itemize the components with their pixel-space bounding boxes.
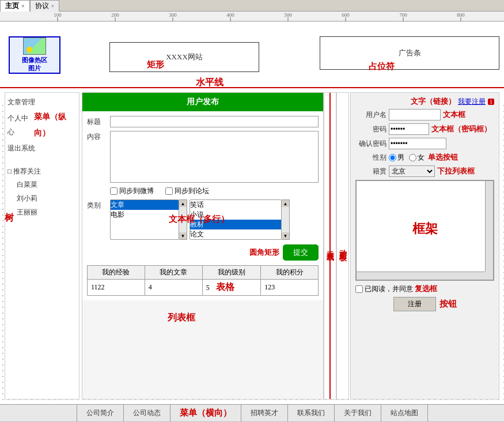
ruler: 100 200 300 400 500 600 700 800 [0, 12, 504, 22]
register-link[interactable]: 我要注册 [458, 97, 486, 107]
btn-label: 按钮 [439, 299, 457, 310]
td-level: 5 表格 [202, 280, 260, 296]
register-row: 注册 按钮 [355, 297, 494, 311]
td-experience: 1122 [88, 280, 145, 296]
frame-scrollbar-v[interactable] [485, 181, 493, 272]
form-body: 标题 内容 文本框（多行） 同步到微博 [82, 111, 323, 300]
option-textbook[interactable]: 教材 [190, 220, 281, 229]
option-novels[interactable]: 小说 [190, 210, 281, 220]
sync-forum-label[interactable]: 同步到论坛 [165, 186, 209, 196]
agree-row: 已阅读，并同意 复选框 [355, 284, 494, 294]
username-input[interactable] [389, 109, 441, 120]
confirm-row: 确认密码 [355, 138, 494, 149]
tab-home[interactable]: 主页 × [0, 0, 30, 12]
menu-item-logout[interactable]: 退出系统 [7, 141, 77, 155]
tab-home-label: 主页 [5, 1, 19, 11]
th-experience: 我的经验 [88, 266, 145, 280]
bottom-menu-label: 菜单（横向） [180, 408, 232, 419]
listbox-left[interactable]: 文章 电影 [110, 199, 179, 240]
td-articles: 4 [145, 280, 202, 296]
svg-text:700: 700 [399, 12, 407, 18]
image-hotspot[interactable]: 图像热区 图片 [9, 36, 60, 74]
tree-item-1[interactable]: 白菜菜 [17, 178, 77, 191]
textarea-container [110, 131, 319, 183]
tree-header: □ 推荐关注 [7, 167, 77, 176]
nav-item-about[interactable]: 公司简介 [77, 405, 124, 421]
option-paper[interactable]: 论文 [190, 229, 281, 239]
svg-text:100: 100 [54, 12, 62, 18]
jiguan-row: 籍贯 北京 下拉列表框 [355, 165, 494, 177]
listbox-left-scroll: ▲ ▼ [179, 199, 187, 240]
sync-forum-checkbox[interactable] [165, 187, 173, 195]
option-jokes[interactable]: 笑话 [190, 200, 281, 210]
nav-item-recruit[interactable]: 招聘英才 [241, 405, 288, 421]
option-articles[interactable]: 文章 [111, 200, 179, 210]
right-panel: 文字（链接） 我要注册 1 用户名 文本框 密码 文本框（密码框） 确认密码 [350, 92, 499, 400]
gender-male-label[interactable]: 男 [389, 153, 404, 163]
svg-text:800: 800 [457, 12, 465, 18]
tab-agreement-close[interactable]: × [51, 3, 55, 9]
agree-checkbox[interactable] [355, 285, 363, 293]
tab-bar: 主页 × 协议 × [0, 0, 504, 12]
left-panel: 文章管理 个人中心 菜单（纵向） 退出系统 □ 推荐关注 白菜菜 刘小莉 王丽丽 [5, 92, 79, 400]
svg-text:300: 300 [169, 12, 177, 18]
svg-text:200: 200 [111, 12, 119, 18]
svg-text:400: 400 [226, 12, 234, 18]
th-points: 我的积分 [261, 266, 319, 280]
table-section: 我的经验 我的文章 我的级别 我的积分 1122 4 5 [87, 265, 319, 296]
textbox-label: 文本框 [443, 110, 465, 120]
xxxx-site: XXXX网站 [166, 52, 203, 62]
tree-item-3[interactable]: 王丽丽 [17, 205, 77, 219]
checkbox-label: 复选框 [415, 284, 437, 294]
sync-weibo-label[interactable]: 同步到微博 [110, 186, 154, 196]
password-box-label: 文本框（密码框） [431, 124, 491, 134]
title-input[interactable] [110, 116, 319, 127]
tree-item-2[interactable]: 刘小莉 [17, 191, 77, 205]
listbox-left-up[interactable]: ▲ [179, 200, 187, 207]
content-field-label: 内容 [87, 131, 110, 142]
menu-item-articles[interactable]: 文章管理 [7, 95, 77, 109]
listbox-label: 列表框 [168, 312, 195, 324]
password-input[interactable] [389, 123, 429, 135]
nav-item-sitemap[interactable]: 站点地图 [381, 405, 428, 421]
tab-home-close[interactable]: × [21, 3, 25, 9]
confirm-input[interactable] [389, 138, 446, 149]
confirm-field-label: 确认密码 [355, 139, 386, 149]
listbox-right[interactable]: 笑话 小说 教材 论文 [190, 199, 282, 240]
gender-male-radio[interactable] [389, 154, 396, 161]
frame-label: 框架 [412, 220, 438, 238]
frame-area: 框架 [355, 180, 494, 281]
sync-weibo-checkbox[interactable] [110, 187, 118, 195]
submit-button[interactable]: 提交 [283, 244, 319, 261]
register-button[interactable]: 注册 [393, 297, 436, 311]
link-row: 文字（链接） 我要注册 1 [355, 96, 494, 107]
nav-item-about-us[interactable]: 关于我们 [335, 405, 381, 421]
content-textarea[interactable] [110, 131, 319, 183]
agree-text: 已阅读，并同意 [365, 284, 413, 294]
nav-item-news[interactable]: 公司动态 [124, 405, 170, 421]
table-row: 1122 4 5 表格 123 [88, 280, 319, 296]
username-field-label: 用户名 [355, 110, 386, 120]
jiguan-select[interactable]: 北京 [389, 165, 435, 177]
submit-row: 圆角矩形 提交 [87, 244, 319, 261]
nav-item-contact[interactable]: 联系我们 [288, 405, 335, 421]
nav-item-menu-label[interactable]: 菜单（横向） [170, 405, 241, 421]
listbox-right-up[interactable]: ▲ [282, 200, 289, 207]
listbox-right-down[interactable]: ▼ [282, 232, 289, 239]
horizontal-rule [0, 87, 504, 88]
gender-female-label[interactable]: 女 [409, 153, 425, 163]
listbox-right-container: 笑话 小说 教材 论文 ▲ ▼ [190, 199, 290, 240]
tree-label: 树 [5, 212, 14, 224]
vertical-line: 垂直线 [324, 92, 336, 400]
gender-female-radio[interactable] [409, 154, 416, 161]
username-row: 用户名 文本框 [355, 109, 494, 120]
tab-agreement[interactable]: 协议 × [30, 0, 60, 12]
title-field-label: 标题 [87, 117, 110, 127]
listbox-left-container: 文章 电影 ▲ ▼ [110, 199, 187, 240]
option-movies[interactable]: 电影 [111, 210, 179, 220]
dropdown-label: 下拉列表框 [437, 166, 475, 176]
listbox-right-scroll: ▲ ▼ [282, 199, 290, 240]
listbox-left-down[interactable]: ▼ [179, 232, 187, 239]
frame-scrollbar-h[interactable] [357, 272, 485, 280]
menu-item-profile[interactable]: 个人中心 菜单（纵向） [7, 109, 77, 141]
